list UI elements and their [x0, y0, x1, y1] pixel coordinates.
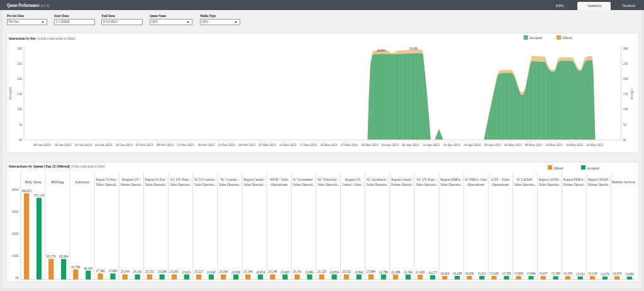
svg-text:Sales Operatio..: Sales Operatio.. — [416, 182, 438, 186]
svg-text:Region US West -: Region US West - — [96, 177, 118, 181]
svg-text:Sales Operatio..: Sales Operatio.. — [539, 182, 561, 186]
svg-text:15,929: 15,929 — [489, 271, 498, 275]
svg-text:22,842: 22,842 — [355, 270, 364, 274]
svg-text:15,218: 15,218 — [588, 271, 597, 275]
svg-text:GTS - Sales: GTS - Sales — [491, 177, 510, 181]
svg-text:Offered: Offered — [553, 166, 564, 170]
svg-text:30K: 30K — [17, 47, 23, 50]
svg-text:22,954: 22,954 — [256, 270, 265, 274]
svg-text:29,069: 29,069 — [409, 47, 418, 50]
svg-text:18-Feb-2023: 18-Feb-2023 — [197, 143, 215, 147]
svg-text:Offered: Offered — [562, 35, 572, 40]
svg-text:23,149: 23,149 — [243, 270, 252, 273]
svg-text:100K: 100K — [11, 254, 19, 258]
svg-text:15-Mar-2023: 15-Mar-2023 — [299, 143, 317, 147]
svg-text:22,861: 22,861 — [305, 270, 314, 274]
svg-text:23,532: 23,532 — [145, 270, 154, 273]
svg-text:13,352: 13,352 — [576, 272, 585, 276]
svg-text:27,360: 27,360 — [96, 269, 105, 273]
svg-text:23,141: 23,141 — [292, 270, 301, 273]
svg-text:24-May-2023: 24-May-2023 — [586, 143, 604, 147]
svg-text:Billing: Billing — [51, 180, 64, 184]
svg-text:29-Jan-2023: 29-Jan-2023 — [115, 143, 133, 147]
svg-text:15,300: 15,300 — [552, 271, 560, 275]
svg-text:Start Date: Start Date — [54, 13, 69, 18]
svg-text:Sales Operati..: Sales Operati.. — [293, 182, 315, 186]
svg-text:23,227: 23,227 — [194, 270, 203, 273]
svg-text:08-Feb-2023: 08-Feb-2023 — [157, 143, 174, 147]
svg-text:Help Desk: Help Desk — [25, 180, 42, 184]
svg-text:24-Jan-2023: 24-Jan-2023 — [95, 143, 113, 147]
svg-text:Sales Operati..: Sales Operati.. — [96, 182, 118, 186]
svg-text:Operations: Operations — [467, 182, 485, 186]
svg-text:25K: 25K — [17, 62, 23, 66]
svg-text:Accepted: Accepted — [587, 166, 599, 170]
svg-text:15K: 15K — [17, 92, 23, 96]
svg-text:Region EMEA -: Region EMEA - — [440, 177, 462, 181]
svg-text:Operations: Operations — [270, 182, 288, 186]
svg-text:SC Velocity -: SC Velocity - — [318, 177, 340, 181]
svg-text:10K: 10K — [17, 107, 23, 111]
svg-text:(Click a data point to filter): (Click a data point to filter) — [38, 36, 76, 41]
svg-text:(All): (All) — [202, 19, 208, 24]
svg-text:25K: 25K — [623, 62, 629, 66]
svg-text:14-Jan-2023: 14-Jan-2023 — [54, 143, 72, 147]
svg-text:(v1.3): (v1.3) — [41, 4, 50, 8]
svg-text:93,579: 93,579 — [47, 254, 55, 258]
svg-text:Sales Operatio..: Sales Operatio.. — [145, 182, 167, 186]
svg-text:23,166: 23,166 — [219, 270, 228, 273]
svg-text:Region US East -: Region US East - — [145, 177, 167, 181]
svg-text:Partner Operati..: Partner Operati.. — [588, 182, 610, 186]
svg-text:SC LATAM -: SC LATAM - — [516, 177, 533, 181]
svg-text:15,437: 15,437 — [539, 271, 548, 275]
svg-text:19-May-2023: 19-May-2023 — [566, 143, 584, 147]
svg-text:Region Canada -: Region Canada - — [391, 177, 413, 181]
svg-text:Advisors: Advisors — [75, 180, 90, 184]
svg-text:End Date: End Date — [102, 13, 115, 18]
svg-text:Accepted: Accepted — [530, 35, 542, 40]
svg-text:SC Canada -: SC Canada - — [221, 177, 240, 181]
svg-text:Queue Performance: Queue Performance — [7, 3, 40, 8]
svg-text:WEM - Sales: WEM - Sales — [270, 177, 289, 181]
svg-text:Sales Operatio..: Sales Operatio.. — [514, 182, 536, 186]
svg-text:SC Architects -: SC Architects - — [367, 177, 389, 181]
svg-text:23,003: 23,003 — [280, 270, 289, 274]
svg-text:Sales Operatio..: Sales Operatio.. — [194, 182, 216, 186]
svg-text:05-Mar-2023: 05-Mar-2023 — [258, 143, 276, 147]
svg-text:15,783: 15,783 — [502, 271, 511, 275]
svg-text:Operations: Operations — [492, 182, 509, 186]
svg-text:Sales Operatio..: Sales Operatio.. — [243, 182, 265, 186]
svg-text:Media Type: Media Type — [200, 13, 216, 18]
svg-text:04-May-2023: 04-May-2023 — [504, 143, 522, 147]
svg-text:03-Feb-2023: 03-Feb-2023 — [136, 143, 153, 147]
svg-text:392,015: 392,015 — [21, 189, 32, 193]
svg-text:Offered: Offered — [630, 89, 634, 100]
svg-text:Region US: Region US — [345, 177, 361, 181]
svg-text:Central - Sales ..: Central - Sales .. — [342, 182, 364, 186]
svg-text:Interactions by Queue (Top 25: Interactions by Queue (Top 25 Offered) — [9, 164, 70, 169]
svg-text:23,192: 23,192 — [133, 270, 142, 273]
svg-text:22,388: 22,388 — [391, 270, 400, 274]
svg-text:Region LATAM -: Region LATAM - — [588, 177, 610, 181]
svg-text:Member Services: Member Services — [612, 180, 635, 184]
svg-text:400K: 400K — [11, 188, 19, 191]
svg-text:15K: 15K — [623, 92, 629, 96]
svg-text:Region LATAM -: Region LATAM - — [539, 177, 561, 181]
svg-text:28-Feb-2023: 28-Feb-2023 — [238, 143, 256, 147]
svg-text:Region US -: Region US - — [122, 177, 141, 181]
svg-text:30K: 30K — [623, 47, 629, 50]
svg-text:371,143: 371,143 — [34, 193, 45, 197]
svg-text:29-Apr-2023: 29-Apr-2023 — [484, 143, 501, 147]
svg-text:10K: 10K — [623, 107, 629, 111]
svg-text:Threshold: Threshold — [622, 3, 636, 8]
svg-text:23-Feb-2023: 23-Feb-2023 — [218, 143, 235, 147]
svg-text:16,424: 16,424 — [440, 271, 449, 275]
svg-text:(Click a data point to filter): (Click a data point to filter) — [71, 164, 105, 169]
svg-text:5K: 5K — [623, 123, 627, 127]
svg-text:Region Canada -: Region Canada - — [243, 177, 265, 181]
svg-text:23,011: 23,011 — [182, 270, 191, 274]
svg-text:09-Apr-2023: 09-Apr-2023 — [402, 143, 419, 147]
svg-text:200K: 200K — [11, 232, 19, 236]
svg-text:15,684: 15,684 — [526, 271, 535, 275]
svg-text:22,342: 22,342 — [404, 270, 413, 274]
